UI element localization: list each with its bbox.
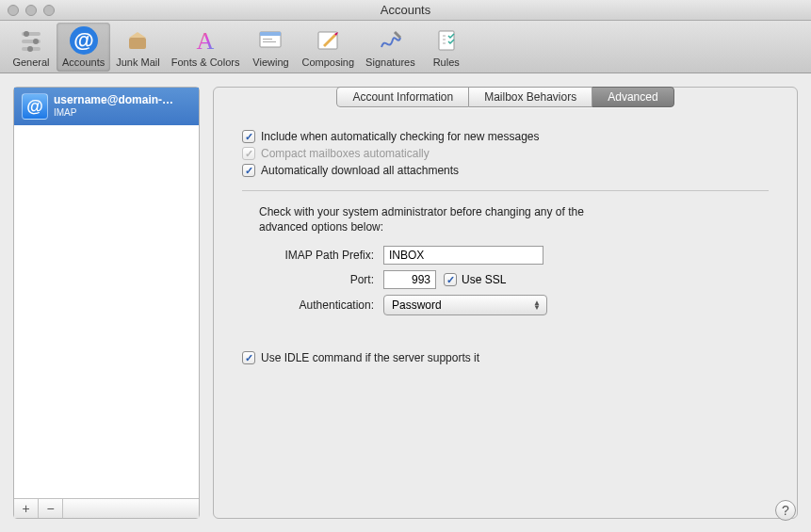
- svg-rect-12: [263, 39, 272, 40]
- accounts-sidebar: @ username@domain-… IMAP + −: [13, 87, 200, 519]
- tab-mailbox-behaviors[interactable]: Mailbox Behaviors: [469, 87, 592, 107]
- toolbar-label: Junk Mail: [116, 56, 159, 68]
- ssl-checkbox[interactable]: ✓: [444, 273, 457, 286]
- sidebar-footer-spacer: [63, 499, 199, 518]
- prefix-label: IMAP Path Prefix:: [242, 249, 383, 262]
- port-input[interactable]: [383, 270, 436, 289]
- window-title: Accounts: [0, 3, 811, 17]
- svg-point-5: [27, 46, 33, 52]
- idle-label: Use IDLE command if the server supports …: [261, 351, 479, 364]
- toolbar-label: General: [12, 56, 49, 68]
- chevron-updown-icon: ▲▼: [533, 300, 541, 311]
- tab-advanced[interactable]: Advanced: [592, 87, 673, 107]
- auth-select[interactable]: Password ▲▼: [383, 295, 547, 315]
- idle-checkbox[interactable]: ✓: [242, 351, 255, 364]
- minimize-window-button[interactable]: [25, 5, 37, 16]
- download-checkbox[interactable]: ✓: [242, 164, 255, 177]
- account-row[interactable]: @ username@domain-… IMAP: [14, 88, 199, 125]
- svg-point-1: [24, 31, 29, 37]
- tab-account-info[interactable]: Account Information: [336, 87, 469, 107]
- port-label: Port:: [242, 273, 383, 286]
- close-window-button[interactable]: [8, 5, 19, 16]
- titlebar: Accounts: [0, 0, 811, 21]
- at-icon: @: [22, 93, 48, 120]
- divider: [242, 190, 769, 191]
- account-type: IMAP: [54, 107, 173, 119]
- zoom-window-button[interactable]: [43, 5, 55, 16]
- composing-icon: [313, 25, 343, 56]
- toolbar-rules[interactable]: Rules: [421, 23, 472, 72]
- toolbar-composing[interactable]: Composing: [296, 23, 360, 72]
- toolbar-label: Signatures: [365, 56, 415, 68]
- toolbar-viewing[interactable]: Viewing: [245, 23, 296, 72]
- viewing-icon: [255, 25, 285, 56]
- compact-checkbox: ✓: [242, 147, 255, 160]
- auth-value: Password: [392, 298, 442, 312]
- toolbar-label: Fonts & Colors: [171, 56, 240, 68]
- svg-text:A: A: [197, 27, 215, 55]
- svg-rect-15: [439, 31, 454, 50]
- rules-icon: [431, 25, 462, 56]
- toolbar-accounts[interactable]: @ Accounts: [57, 23, 110, 72]
- include-checkbox[interactable]: ✓: [242, 130, 255, 143]
- include-label: Include when automatically checking for …: [261, 130, 540, 143]
- toolbar-fonts[interactable]: A Fonts & Colors: [166, 23, 246, 72]
- detail-pane: Account Information Mailbox Behaviors Ad…: [213, 87, 798, 519]
- switches-icon: [16, 25, 46, 56]
- svg-rect-8: [129, 38, 146, 49]
- svg-rect-11: [260, 32, 281, 36]
- at-icon: @: [69, 25, 99, 56]
- toolbar-label: Accounts: [62, 56, 105, 68]
- toolbar-label: Viewing: [252, 56, 288, 68]
- admin-note: Check with your system administrator bef…: [259, 204, 598, 234]
- toolbar-signatures[interactable]: Signatures: [360, 23, 421, 72]
- svg-rect-13: [263, 41, 276, 42]
- account-name: username@domain-…: [54, 94, 173, 107]
- svg-text:@: @: [73, 28, 93, 52]
- imap-prefix-input[interactable]: [383, 246, 543, 265]
- fonts-icon: A: [190, 25, 220, 56]
- ssl-label: Use SSL: [462, 273, 506, 286]
- toolbar-label: Composing: [301, 56, 354, 68]
- svg-point-3: [33, 39, 39, 44]
- compact-label: Compact mailboxes automatically: [261, 147, 430, 160]
- toolbar-junk[interactable]: Junk Mail: [110, 23, 165, 72]
- toolbar-general[interactable]: General: [6, 23, 57, 72]
- junk-icon: [122, 25, 153, 56]
- download-label: Automatically download all attachments: [261, 164, 459, 177]
- add-account-button[interactable]: +: [14, 499, 39, 518]
- auth-label: Authentication:: [242, 298, 383, 312]
- signatures-icon: [375, 25, 405, 56]
- sidebar-empty: [14, 125, 199, 498]
- toolbar-label: Rules: [433, 56, 460, 68]
- remove-account-button[interactable]: −: [39, 499, 63, 518]
- help-button[interactable]: ?: [775, 500, 796, 521]
- prefs-toolbar: General @ Accounts Junk Mail A Fonts & C…: [0, 21, 811, 73]
